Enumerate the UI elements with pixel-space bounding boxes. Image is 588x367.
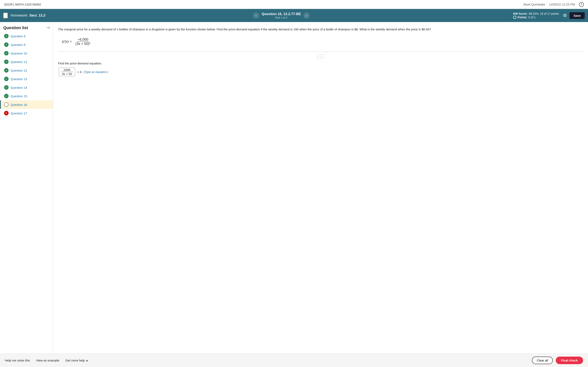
check-icon: ✓ [4,51,9,55]
nav-center: ‹ Question 16, 12.2.77-BE Part 1 of 2 › [49,12,513,19]
hw-score-value: 88.24%, 15 of 17 points [529,12,559,15]
bottom-bar: Help me solve this View an example Get m… [0,354,588,367]
check-icon: ✓ [4,68,9,73]
help-icon[interactable]: ? [579,2,584,7]
sidebar-item-label: Question 9 [11,43,26,47]
check-icon: ✓ [4,77,9,81]
check-icon: ✓ [4,34,9,38]
sidebar-item-q13[interactable]: ✓Question 13 [0,75,53,83]
sidebar-item-label: Question 17 [11,111,27,115]
circle-icon [4,102,9,107]
points-label: Points: [518,16,527,19]
homework-title: Homework: Sect. 12.2 [11,13,45,17]
get-more-help-container: Get more help ▲ [66,359,88,362]
sidebar-item-label: Question 14 [11,86,27,89]
datetime: 12/05/22 12:25 PM [549,3,575,6]
sidebar-item-label: Question 15 [11,94,27,98]
answer-plus: + 4 [77,70,81,74]
sidebar-item-q15[interactable]: ✓Question 15 [0,92,53,100]
points-circle-icon [513,16,516,19]
question-title: Question 16, 12.2.77-BE [261,12,301,16]
hamburger-menu-button[interactable]: ☰ [3,13,8,18]
question-info: Question 16, 12.2.77-BE Part 1 of 2 [261,12,301,19]
homework-label: Homework: [11,13,28,17]
bottom-right: Clear all Final check [532,357,583,364]
sidebar-item-q12[interactable]: ✓Question 12 [0,66,53,75]
user-name: Jhoel Quimbaila [523,3,545,6]
sidebar-item-q14[interactable]: ✓Question 14 [0,83,53,92]
nav-arrows: ‹ Question 16, 12.2.77-BE Part 1 of 2 › [253,12,310,19]
sidebar-item-q8[interactable]: ✓Question 8 [0,32,53,40]
next-question-button[interactable]: › [303,12,310,18]
sidebar-header: Question list ⊣ [0,22,53,32]
get-more-help-button[interactable]: Get more help [66,359,85,362]
question-sub: Part 1 of 2 [261,16,301,19]
sidebar-item-q10[interactable]: ✓Question 10 [0,49,53,58]
sidebar-item-label: Question 13 [11,77,27,81]
course-title: 2022FL MATH-1325-50002 [4,3,41,6]
sidebar-title: Question list [3,25,28,30]
settings-button[interactable]: ⚙ [563,13,567,18]
help-me-solve-button[interactable]: Help me solve this [5,359,30,362]
formula-block: p′(x) = −6,000 (3x + 50)² [62,38,583,46]
drag-handle[interactable]: ··· [58,54,583,58]
clear-all-button[interactable]: Clear all [532,357,553,364]
find-label: Find the price-demand equation. [58,62,583,65]
sidebar-item-label: Question 10 [11,52,27,55]
answer-numerator: 2000 [61,68,73,72]
content-area: The marginal price for a weekly demand o… [53,22,588,354]
drag-dots: ··· [317,54,324,58]
answer-row: 2000 3x + 50 + 4 (Type an equation.) [59,67,583,76]
formula-fraction: −6,000 (3x + 50)² [75,38,91,46]
formula-left: p′(x) = [62,40,72,43]
hw-score-label: HW Score: [513,12,527,15]
points-line: Points: 0 of 1 [513,16,536,19]
prev-question-button[interactable]: ‹ [253,12,259,18]
question-list: ✓Question 8✓Question 9✓Question 10✓Quest… [0,32,53,117]
check-icon: ✓ [4,94,9,98]
top-bar-right: Jhoel Quimbaila 12/05/22 12:25 PM ? [523,2,584,7]
formula-numerator: −6,000 [77,38,89,42]
nav-bar: ☰ Homework: Sect. 12.2 ‹ Question 16, 12… [0,9,588,22]
sidebar-item-q9[interactable]: ✓Question 9 [0,40,53,49]
main-layout: Question list ⊣ ✓Question 8✓Question 9✓Q… [0,22,588,354]
sidebar-item-label: Question 12 [11,69,27,72]
answer-fraction-box[interactable]: 2000 3x + 50 [59,67,75,76]
problem-text: The marginal price for a weekly demand o… [58,27,583,32]
check-icon: ✓ [4,59,9,64]
sidebar-item-label: Question 16 [11,103,27,106]
formula-denominator: (3x + 50)² [75,42,91,46]
top-bar: 2022FL MATH-1325-50002 Jhoel Quimbaila 1… [0,0,588,9]
check-icon: ✓ [4,85,9,90]
sidebar-item-label: Question 8 [11,34,26,38]
sidebar-item-q17[interactable]: ✕Question 17 [0,109,53,117]
view-example-button[interactable]: View an example [36,359,60,362]
chevron-up-icon: ▲ [86,359,88,362]
points-value: 0 of 1 [528,16,536,19]
sidebar-item-q16[interactable]: Question 16 [0,100,53,109]
wrong-icon: ✕ [4,111,9,115]
hw-score-line: HW Score: 88.24%, 15 of 17 points [513,12,559,15]
answer-denominator: 3x + 50 [61,72,73,76]
sidebar: Question list ⊣ ✓Question 8✓Question 9✓Q… [0,22,53,354]
score-section: HW Score: 88.24%, 15 of 17 points Points… [513,12,559,19]
section-title: Sect. 12.2 [29,13,45,17]
save-button[interactable]: Save [570,12,585,19]
sidebar-item-q11[interactable]: ✓Question 11 [0,58,53,66]
check-icon: ✓ [4,42,9,47]
sidebar-item-label: Question 11 [11,60,27,64]
sidebar-collapse-button[interactable]: ⊣ [46,25,50,30]
type-hint: (Type an equation.) [84,70,108,74]
final-check-button[interactable]: Final check [556,357,583,364]
